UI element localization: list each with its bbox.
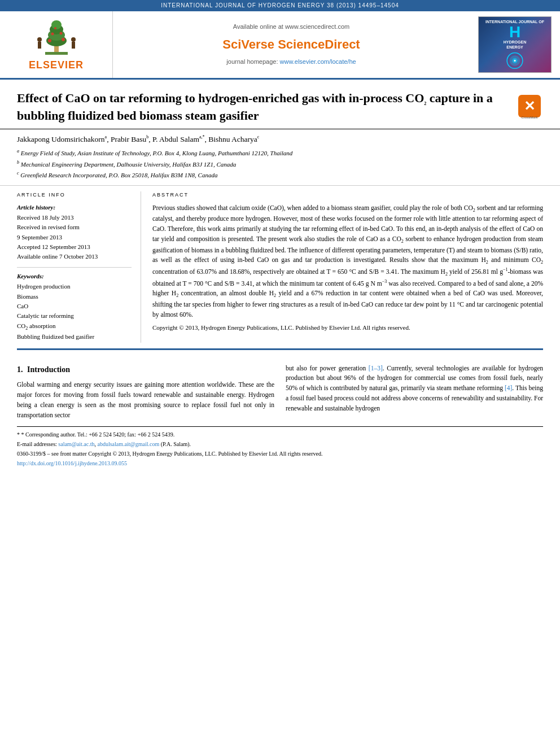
intro-col-left: 1. Introduction Global warming and energ… <box>17 364 274 421</box>
email2-link[interactable]: abdulsalam.ait@gmail.com <box>98 441 160 447</box>
aff-a-sup: a <box>17 148 19 154</box>
aff-b-text: Mechanical Engineering Department, Dalho… <box>21 160 237 167</box>
svg-point-5 <box>51 20 62 29</box>
intro-col1-text: Global warming and energy security issue… <box>17 380 274 420</box>
title-section: Effect of CaO on tar reforming to hydrog… <box>0 80 560 129</box>
footnote-star: * <box>17 431 21 438</box>
aff-b-sup: b <box>17 160 19 165</box>
revised-label: Received in revised form <box>17 223 132 231</box>
footnote-corresponding: * * Corresponding author. Tel.: +66 2 52… <box>17 430 543 439</box>
svg-rect-14 <box>72 42 75 49</box>
corresponding-author-text: * Corresponding author. Tel.: +66 2 524 … <box>21 431 175 438</box>
available-date: Available online 7 October 2013 <box>17 252 132 261</box>
keyword-3: CaO <box>17 302 132 311</box>
author3-sup: a,* <box>199 134 205 139</box>
author1-sup: a <box>105 134 107 139</box>
introduction-area: 1. Introduction Global warming and energ… <box>17 364 543 421</box>
homepage-label: journal homepage: <box>226 58 279 65</box>
elsevier-tree-icon <box>34 17 79 56</box>
svg-point-18 <box>514 60 515 62</box>
affiliation-a: a Energy Field of Study, Asian Institute… <box>17 148 543 158</box>
abstract-paragraph: Previous studies showed that calcium oxi… <box>152 203 543 320</box>
abstract-header: Abstract <box>152 191 543 199</box>
aff-c-sup: c <box>17 171 19 176</box>
elsevier-logo-area: ELSEVIER <box>0 11 113 78</box>
doi-link[interactable]: http://dx.doi.org/10.1016/j.ijhydene.201… <box>17 460 127 466</box>
ref-1-3: [1–3] <box>369 365 383 372</box>
journal-name-label: International Journal of Hydrogen Energy… <box>161 2 399 8</box>
svg-point-11 <box>37 37 42 42</box>
svg-text:CrossMark: CrossMark <box>521 116 538 119</box>
keywords-title: Keywords: <box>17 272 132 281</box>
footnote-area: * * Corresponding author. Tel.: +66 2 52… <box>17 426 543 468</box>
author1-name: Jakkapong Udomsirichakorn <box>17 135 105 143</box>
header-center: Available online at www.sciencedirect.co… <box>113 11 470 78</box>
cover-h-letter: H <box>509 24 520 40</box>
author4-name: Bishnu Acharya <box>208 135 257 143</box>
intro-col-right: but also for power generation [1–3]. Cur… <box>286 364 543 421</box>
email-suffix: (P.A. Salam). <box>161 441 191 447</box>
author2-name: Prabir Basu <box>111 135 146 143</box>
abstract-text: Previous studies showed that calcium oxi… <box>152 203 543 333</box>
svg-rect-1 <box>45 52 68 55</box>
journal-homepage-text: journal homepage: www.elsevier.com/locat… <box>226 58 356 66</box>
svg-point-8 <box>51 33 54 36</box>
renewable-word: renewable <box>154 391 181 398</box>
cover-decorative-icon <box>504 52 526 69</box>
author2-sup: b <box>146 134 148 139</box>
aff-c-text: Greenfield Research Incorporated, P.O. B… <box>20 171 217 178</box>
keyword-4: Catalytic tar reforming <box>17 312 132 320</box>
email1-link[interactable]: salam@ait.ac.th <box>58 441 94 447</box>
authors-section: Jakkapong Udomsirichakorna, Prabir Basub… <box>0 129 560 186</box>
keyword-5: CO2 absorption <box>17 322 132 331</box>
journal-top-bar: International Journal of Hydrogen Energy… <box>0 0 560 11</box>
article-info-abstract-section: Article Info Article history: Received 1… <box>0 186 560 348</box>
intro-col2-text: but also for power generation [1–3]. Cur… <box>286 364 543 414</box>
cover-title-hydrogen: HYDROGEN <box>504 40 526 45</box>
crossmark-icon: ✕ CrossMark <box>516 93 543 120</box>
authors-line: Jakkapong Udomsirichakorna, Prabir Basub… <box>17 134 543 145</box>
footnote-issn: 0360-3199/$ – see front matter Copyright… <box>17 449 543 458</box>
header-area: ELSEVIER Available online at www.science… <box>0 11 560 80</box>
article-info-header: Article Info <box>17 191 132 199</box>
crossmark-logo[interactable]: ✕ CrossMark <box>516 93 543 123</box>
keyword-1: Hydrogen production <box>17 282 132 291</box>
keyword-6: Bubbling fluidized bed gasifier <box>17 333 132 341</box>
section-title-label: Introduction <box>27 365 70 374</box>
journal-homepage-link[interactable]: www.elsevier.com/locate/he <box>280 58 356 65</box>
sciverse-label: SciVerse ScienceDirect <box>222 37 360 51</box>
svg-point-10 <box>54 27 56 29</box>
ref-4: [4] <box>505 385 512 391</box>
article-info-panel: Article Info Article history: Received 1… <box>17 191 141 343</box>
journal-cover: International Journal of H HYDROGEN ENER… <box>478 16 552 73</box>
keyword-2: Biomass <box>17 292 132 301</box>
sciverse-logo: SciVerse ScienceDirect <box>222 36 360 54</box>
available-online-text: Available online at www.sciencedirect.co… <box>233 23 349 31</box>
section-number: 1. <box>17 365 23 374</box>
accepted-date: Accepted 12 September 2013 <box>17 243 132 251</box>
elsevier-logo: ELSEVIER <box>29 17 84 72</box>
affiliations: a Energy Field of Study, Asian Institute… <box>17 148 543 179</box>
svg-point-9 <box>59 32 62 35</box>
abstract-copyright: Copyright © 2013, Hydrogen Energy Public… <box>152 323 543 333</box>
affiliation-b: b Mechanical Engineering Department, Dal… <box>17 159 543 169</box>
aff-a-text: Energy Field of Study, Asian Institute o… <box>21 150 293 156</box>
introduction-title: 1. Introduction <box>17 364 274 376</box>
history-title: Article history: <box>17 203 132 212</box>
abstract-section: Abstract Previous studies showed that ca… <box>152 191 543 343</box>
info-divider <box>17 267 132 268</box>
revised-date: 9 September 2013 <box>17 233 132 242</box>
author4-sup: c <box>257 134 260 139</box>
affiliation-c: c Greenfield Research Incorporated, P.O.… <box>17 170 543 180</box>
elsevier-brand-label: ELSEVIER <box>29 58 84 72</box>
paper-title: Effect of CaO on tar reforming to hydrog… <box>17 90 516 124</box>
cover-title-energy: ENERGY <box>506 45 523 50</box>
footnote-email-line: E-mail addresses: salam@ait.ac.th, abdul… <box>17 440 543 448</box>
email-label: E-mail addresses: <box>17 441 58 447</box>
svg-point-6 <box>48 39 51 42</box>
body-section: 1. Introduction Global warming and energ… <box>0 350 560 421</box>
article-history: Article history: Received 18 July 2013 R… <box>17 203 132 261</box>
author3-name: P. Abdul Salam <box>152 135 199 143</box>
svg-point-13 <box>71 37 76 42</box>
svg-point-7 <box>62 38 65 41</box>
